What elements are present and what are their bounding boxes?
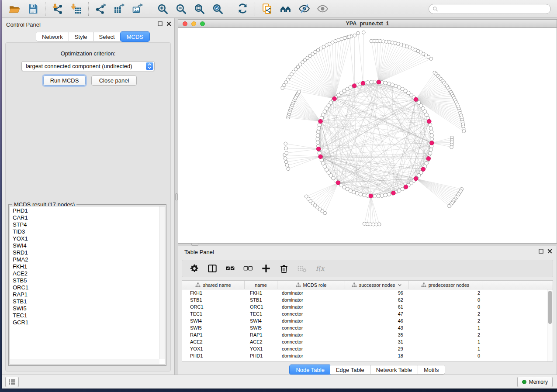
export-table-icon[interactable] [112,2,127,16]
network-graph[interactable] [178,28,557,243]
column-header-shared-name[interactable]: shared name [182,281,245,289]
zoom-out-icon[interactable] [173,2,188,16]
table-row[interactable]: SWI5SWI5connector431 [182,324,553,331]
show-all-icon[interactable] [315,2,330,16]
table-cell: FKH1 [245,289,277,296]
mcds-result-list[interactable]: PHD1CAR1STP4TID3YOX1SWI4SRD1PMA2FKH1ACE2… [10,206,165,364]
mcds-result-item[interactable]: GCR1 [10,319,159,326]
select-all-icon[interactable] [225,263,235,274]
table-row[interactable]: RAP1RAP1dominator352 [182,331,553,338]
optimization-criterion-label: Optimization criterion: [6,50,170,57]
table-row[interactable]: TEC1TEC1connector472 [182,310,553,317]
mcds-result-item[interactable]: SWI4 [10,242,159,249]
table-row[interactable]: PHD1PHD1dominator180 [182,352,553,359]
mcds-result-item[interactable]: RAP1 [10,291,159,298]
search-icon [432,6,438,12]
table-cell: 0 [408,296,482,303]
split-columns-icon[interactable] [207,263,218,274]
tab-edge-table[interactable]: Edge Table [330,365,370,374]
network-view-window: YPA_prune.txt_1 [178,19,557,244]
table-cell: 61 [345,303,408,310]
mcds-result-item[interactable]: SWI5 [10,305,159,312]
first-neighbors-icon[interactable] [278,2,293,16]
zoom-in-icon[interactable] [155,2,170,16]
mcds-result-item[interactable]: ACE2 [10,270,159,277]
mcds-result-item[interactable]: STB1 [10,298,159,305]
open-folder-icon[interactable] [7,2,22,16]
column-header-predecessor-nodes[interactable]: predecessor nodes [408,281,482,289]
horizontal-splitter-grip[interactable] [191,243,198,246]
table-row[interactable]: YOX1YOX1connector291 [182,345,553,352]
table-row[interactable]: FKH1FKH1dominator962 [182,289,553,296]
network-canvas[interactable] [178,28,557,243]
mcds-result-item[interactable]: SRD1 [10,249,159,256]
close-panel-button[interactable]: Close panel [91,76,137,86]
search-box[interactable] [429,4,551,14]
memory-button[interactable]: Memory [517,377,553,387]
column-header-name[interactable]: name [245,281,277,289]
mcds-result-item[interactable]: PHD1 [10,207,159,214]
table-row[interactable]: STB1STB1dominator620 [182,296,553,303]
delete-row-icon[interactable] [279,263,289,274]
float-table-panel-icon[interactable] [539,249,543,254]
table-cell: 0 [408,303,482,310]
close-table-panel-icon[interactable] [547,249,552,254]
float-panel-icon[interactable] [158,21,163,26]
task-history-button[interactable] [5,377,19,387]
hide-selected-icon[interactable] [297,2,311,16]
mcds-result-item[interactable]: STB5 [10,277,159,284]
node-table: shared namenameMCDS rolesuccessor nodesp… [182,280,553,362]
table-row[interactable]: ORC1ORC1dominator610 [182,303,553,310]
mcds-result-item[interactable]: STP4 [10,221,159,228]
table-cell: 96 [345,289,408,296]
zoom-fit-icon[interactable] [192,2,207,16]
table-cell: 47 [345,310,408,317]
search-input[interactable] [440,6,547,12]
refresh-icon[interactable] [235,2,250,16]
column-header-successor-nodes[interactable]: successor nodes [345,281,408,289]
copy-network-icon[interactable] [260,2,275,16]
table-row[interactable]: SWI4SWI4dominator462 [182,317,553,324]
tab-style[interactable]: Style [69,32,93,41]
tab-mcds[interactable]: MCDS [121,32,149,41]
table-cell: TEC1 [182,310,245,317]
settings-gear-icon[interactable] [189,263,200,274]
column-header-MCDS-role[interactable]: MCDS role [277,281,345,289]
tab-motifs[interactable]: Motifs [418,365,445,374]
table-toolbar: f(x) [182,260,553,277]
table-tabs: Node TableEdge TableNetwork TableMotifs [290,365,445,375]
tab-select[interactable]: Select [93,32,121,41]
vertical-scrollbar[interactable] [159,206,165,359]
chevron-up-down-icon [146,62,153,70]
close-panel-icon[interactable] [166,21,171,26]
tab-network-table[interactable]: Network Table [370,365,418,374]
mcds-result-item[interactable]: PMA2 [10,256,159,263]
network-window-titlebar[interactable]: YPA_prune.txt_1 [178,20,557,28]
export-image-icon[interactable] [130,2,145,16]
mcds-result-item[interactable]: YOX1 [10,235,159,242]
tab-network[interactable]: Network [36,32,69,41]
mcds-result-item[interactable]: CAR1 [10,214,159,221]
table-vertical-scrollbar[interactable] [547,289,553,361]
mcds-result-item[interactable]: FKH1 [10,263,159,270]
unselect-all-icon[interactable] [243,263,253,274]
table-cell: STB1 [182,296,245,303]
zoom-selected-icon[interactable] [210,2,225,16]
export-network-icon[interactable] [93,2,108,16]
run-mcds-button[interactable]: Run MCDS [43,76,86,86]
tab-node-table[interactable]: Node Table [290,365,331,375]
optimization-criterion-select[interactable]: largest connected component (undirected) [21,61,155,71]
function-builder-icon: f(x) [315,263,325,274]
scrollbar-thumb[interactable] [548,291,552,324]
table-row[interactable]: ACE2ACE2connector311 [182,338,553,345]
add-row-icon[interactable] [261,263,271,274]
import-table-icon[interactable] [69,2,83,16]
mcds-result-item[interactable]: TEC1 [10,312,159,319]
horizontal-scrollbar[interactable] [10,359,159,364]
mcds-panel: Optimization criterion: largest connecte… [5,42,171,371]
mcds-result-item[interactable]: TID3 [10,228,159,235]
import-network-icon[interactable] [50,2,65,16]
mcds-result-item[interactable]: ORC1 [10,284,159,291]
save-icon[interactable] [25,2,40,16]
sitemap-icon [195,282,201,288]
